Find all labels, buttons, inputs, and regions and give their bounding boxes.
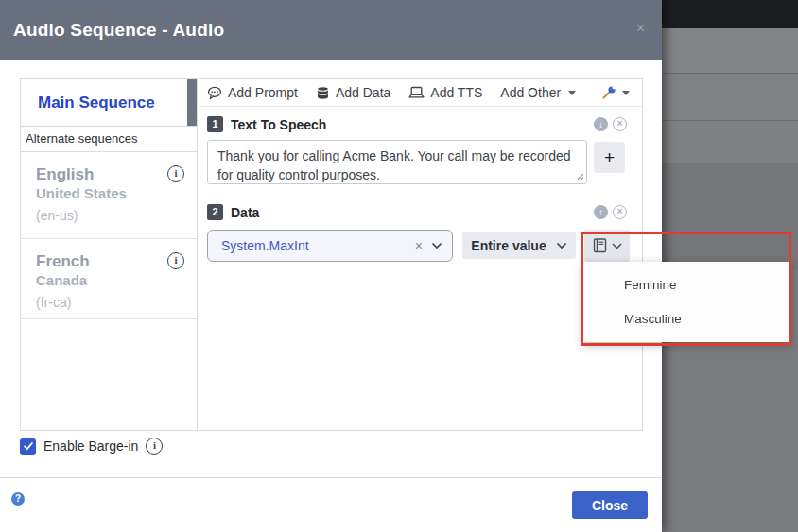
editor-toolbar: Add Prompt Add Data [200,79,642,107]
language-name: French [36,252,182,271]
sequence-editor-panel: Add Prompt Add Data [199,78,643,431]
language-name: English [36,165,182,184]
gender-menu: Feminine Masculine [583,262,790,342]
audio-sequence-dialog: Audio Sequence - Audio × Main Sequence A… [0,0,662,532]
sidebar-item-main-sequence[interactable]: Main Sequence [21,79,197,127]
screen: Audio Sequence - Audio × Main Sequence A… [0,0,798,532]
gender-dropdown-button[interactable] [584,230,630,262]
step-1-header: 1 Text To Speech [207,116,326,132]
format-value: Entire value [471,238,546,253]
backdrop-row [662,121,798,163]
add-tts-segment-button[interactable]: + [594,142,625,173]
clear-icon[interactable]: × [415,238,423,253]
toolbar-button-label: Add Prompt [228,85,298,100]
toolbar-button-label: Add Data [336,85,390,100]
dialog-title: Audio Sequence - Audio [13,0,224,60]
language-code: (en-us) [36,208,182,223]
step-title: Data [231,205,259,220]
barge-in-label: Enable Barge-in [43,438,138,454]
dictionary-book-icon [592,237,608,254]
move-up-icon[interactable]: ↑ [594,205,608,219]
step-number-badge: 1 [207,116,223,132]
remove-step-icon[interactable]: × [613,205,627,219]
menu-item-feminine[interactable]: Feminine [583,268,790,302]
speech-bubble-icon [207,86,222,100]
move-down-icon[interactable]: ↓ [594,117,608,131]
add-other-button[interactable]: Add Other [500,85,576,100]
language-code: (fr-ca) [36,295,182,310]
backdrop-row [662,28,798,74]
remove-step-icon[interactable]: × [613,117,627,131]
chevron-down-icon [612,243,622,249]
add-data-button[interactable]: Add Data [316,85,390,100]
sequence-sidebar: Main Sequence Alternate sequences Englis… [20,78,198,431]
barge-in-checkbox[interactable] [20,438,36,455]
dialog-header: Audio Sequence - Audio × [0,0,662,60]
sidebar-item-french[interactable]: French Canada (fr-ca) i [21,239,197,319]
alternate-sequences-label: Alternate sequences [21,127,197,152]
help-icon[interactable]: ? [11,492,25,506]
chevron-down-icon [568,91,576,95]
sidebar-item-english[interactable]: English United States (en-us) i [21,152,197,239]
info-icon[interactable]: i [146,438,163,455]
barge-in-row: Enable Barge-in i [20,438,163,455]
scrollbar-thumb[interactable] [187,79,197,126]
wrench-icon [601,85,616,100]
chevron-down-icon[interactable] [431,242,442,249]
backdrop-row [662,74,798,121]
backdrop-top-bar [662,0,798,28]
tts-text-wrap: Thank you for calling Acme Bank. Your ca… [207,140,587,184]
menu-item-masculine[interactable]: Masculine [583,302,790,336]
step-number-badge: 2 [207,204,223,220]
step-title: Text To Speech [231,117,326,132]
chevron-down-icon [622,91,630,95]
laptop-icon [408,86,425,99]
add-tts-button[interactable]: Add TTS [408,85,482,100]
step-1-actions: ↓ × [594,117,627,131]
chevron-down-icon [556,242,567,249]
data-variable-combobox[interactable]: System.MaxInt × [207,230,453,262]
info-icon[interactable]: i [167,252,184,269]
entire-value-dropdown[interactable]: Entire value [462,232,576,259]
toolbar-button-label: Add TTS [430,85,482,100]
close-button[interactable]: Close [572,491,648,519]
language-region: United States [36,185,182,201]
step-2-header: 2 Data [207,204,259,220]
dialog-footer: ? Close [0,477,662,532]
language-region: Canada [36,272,182,288]
backdrop-row [662,163,798,269]
main-sequence-label: Main Sequence [21,79,197,126]
add-prompt-button[interactable]: Add Prompt [207,85,298,100]
database-icon [316,86,330,100]
step-2-actions: ↑ × [594,205,627,219]
info-icon[interactable]: i [167,165,184,182]
tts-text-input[interactable]: Thank you for calling Acme Bank. Your ca… [207,140,587,184]
variable-value: System.MaxInt [221,238,415,253]
close-icon[interactable]: × [636,21,645,36]
sequence-settings-button[interactable] [601,85,630,100]
toolbar-button-label: Add Other [500,85,561,100]
